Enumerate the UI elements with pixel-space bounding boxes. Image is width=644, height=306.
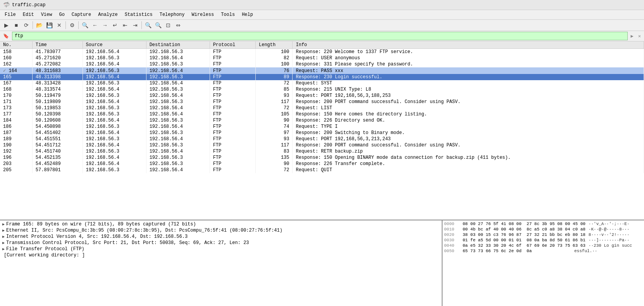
cell-len: 93	[255, 136, 293, 142]
table-row[interactable]: 17750.120398192.168.56.3192.168.56.4FTP1…	[0, 111, 644, 117]
filter-input[interactable]	[12, 32, 628, 40]
detail-row[interactable]: ▶Internet Protocol Version 4, Src: 192.1…	[1, 234, 441, 240]
cell-info: Response: 150 Opening BINARY mode data c…	[293, 155, 644, 161]
detail-text: Frame 165: 89 bytes on wire (712 bits), …	[6, 222, 196, 227]
cell-len: 135	[255, 155, 293, 161]
table-row[interactable]: 18450.120608192.168.56.4192.168.56.3FTP9…	[0, 117, 644, 124]
cell-src: 192.168.56.3	[83, 105, 146, 111]
cell-time: 57.897801	[32, 167, 83, 173]
hex-offset: 0010	[444, 227, 460, 232]
cell-len: 100	[255, 49, 293, 55]
detail-row[interactable]: ▶Transmission Control Protocol, Src Port…	[1, 240, 441, 246]
table-row[interactable]: 16245.272082192.168.56.4192.168.56.3FTP1…	[0, 61, 644, 67]
hex-row: 005065 73 73 66 75 6c 2e 0d 0aessful.··	[444, 248, 642, 254]
go-back-btn[interactable]: ←	[90, 21, 100, 30]
table-row[interactable]: 17050.119479192.168.56.3192.168.56.4FTP9…	[0, 93, 644, 99]
cell-dst: 192.168.56.4	[146, 80, 210, 86]
zoom-in-btn[interactable]: 🔍	[143, 21, 153, 30]
menu-item-help[interactable]: Help	[239, 11, 256, 19]
table-row[interactable]: 18654.450898192.168.56.3192.168.56.4FTP7…	[0, 124, 644, 130]
cell-info: Request: PASS xxx	[293, 67, 644, 74]
menu-item-telephony[interactable]: Telephony	[157, 11, 188, 19]
cell-info: Request: LIST	[293, 105, 644, 111]
cell-dst: 192.168.56.3	[146, 117, 210, 124]
stop-capture-btn[interactable]: ■	[12, 21, 21, 30]
save-btn[interactable]: 💾	[45, 21, 54, 30]
table-row[interactable]: 19654.452135192.168.56.4192.168.56.3FTP1…	[0, 155, 644, 161]
cell-no: 160	[0, 55, 32, 61]
go-forward-btn[interactable]: →	[100, 21, 110, 30]
menu-item-statistics[interactable]: Statistics	[122, 11, 156, 19]
cell-info: Request: PORT 192,168,56,3,188,253	[293, 93, 644, 99]
close-btn[interactable]: ✕	[55, 21, 64, 30]
table-row[interactable]: 16848.313574192.168.56.4192.168.56.3FTP8…	[0, 86, 644, 93]
table-row[interactable]: 19054.451712192.168.56.4192.168.56.3FTP1…	[0, 142, 644, 148]
filter-clear-icon[interactable]: ✕	[637, 33, 642, 39]
menu-item-view[interactable]: View	[38, 11, 55, 19]
table-row[interactable]: 19254.451740192.168.56.3192.168.56.4FTP8…	[0, 148, 644, 155]
menu-item-capture[interactable]: Capture	[69, 11, 94, 19]
cell-src: 192.168.56.3	[83, 136, 146, 142]
open-btn[interactable]: 📂	[34, 21, 44, 30]
detail-row[interactable]: ▶Ethernet II, Src: PcsCompu_8c:3b:95 (08…	[1, 227, 441, 234]
hex-ascii: essful.··	[574, 249, 597, 253]
zoom-out-btn[interactable]: 🔍	[153, 21, 163, 30]
cell-proto: FTP	[210, 55, 255, 61]
start-capture-btn[interactable]: ▶	[2, 21, 11, 30]
table-row[interactable]: 16548.313398192.168.56.4192.168.56.3FTP8…	[0, 74, 644, 80]
cell-dst: 192.168.56.3	[146, 155, 210, 161]
last-btn[interactable]: ⇥	[131, 21, 140, 30]
col-no: No.	[0, 41, 32, 49]
table-row[interactable]: 17150.119809192.168.56.4192.168.56.3FTP1…	[0, 99, 644, 105]
main-content: No. Time Source Destination Protocol Len…	[0, 41, 644, 306]
table-row[interactable]: 18954.451551192.168.56.3192.168.56.4FTP9…	[0, 136, 644, 142]
first-btn[interactable]: ⇤	[121, 21, 130, 30]
filter-arrow-icon[interactable]: ▶	[629, 33, 635, 39]
cell-dst: 192.168.56.3	[146, 142, 210, 148]
cell-len: 83	[255, 148, 293, 155]
cell-time: 45.272082	[32, 61, 83, 67]
toolbar-separator	[78, 21, 79, 29]
table-row[interactable]: 16748.313428192.168.56.3192.168.56.4FTP7…	[0, 80, 644, 86]
cell-time: 48.311683	[32, 67, 83, 74]
hex-bytes: 08 00 27 76 5f 41 08 00 27 8c 3b 95 08 0…	[463, 222, 585, 226]
cell-len: 74	[255, 124, 293, 130]
menu-item-analyze[interactable]: Analyze	[95, 11, 121, 19]
table-row[interactable]: 15841.783077192.168.56.4192.168.56.3FTP1…	[0, 49, 644, 55]
table-row[interactable]: 20354.452489192.168.56.4192.168.56.3FTP9…	[0, 161, 644, 167]
hex-bytes: 01 fe a5 5d 00 00 01 01 08 0a ba 8d 50 6…	[463, 238, 585, 242]
table-row[interactable]: 20557.897801192.168.56.3192.168.56.4FTP7…	[0, 167, 644, 173]
cell-dst: 192.168.56.3	[146, 130, 210, 136]
detail-row[interactable]: [Current working directory: ]	[1, 252, 441, 258]
packet-list[interactable]: No. Time Source Destination Protocol Len…	[0, 41, 644, 220]
packet-detail[interactable]: ▶Frame 165: 89 bytes on wire (712 bits),…	[0, 220, 443, 306]
hex-offset: 0040	[444, 243, 460, 248]
menu-item-go[interactable]: Go	[56, 11, 67, 19]
cell-len: 117	[255, 99, 293, 105]
detail-row[interactable]: ▶Frame 165: 89 bytes on wire (712 bits),…	[1, 221, 441, 227]
hex-offset: 0000	[444, 222, 460, 226]
goto-btn[interactable]: ↵	[110, 21, 120, 30]
options-btn[interactable]: ⚙	[67, 21, 77, 30]
toolbar-separator	[33, 21, 33, 29]
cell-dst: 192.168.56.3	[146, 86, 210, 93]
menu-item-edit[interactable]: Edit	[20, 11, 37, 19]
table-row[interactable]: ✓ 16448.311683192.168.56.3192.168.56.4FT…	[0, 67, 644, 74]
hex-bytes: 0a e5 32 33 30 20 4c 6f 67 69 6e 20 73 7…	[463, 243, 585, 248]
table-row[interactable]: 17350.119853192.168.56.3192.168.56.4FTP7…	[0, 105, 644, 111]
menu-item-file[interactable]: File	[2, 11, 19, 19]
cell-no: 187	[0, 130, 32, 136]
resize-cols-btn[interactable]: ⇔	[174, 21, 183, 30]
hex-offset: 0020	[444, 232, 460, 237]
detail-row[interactable]: ▶File Transfer Protocol (FTP)	[1, 246, 441, 252]
menu-item-tools[interactable]: Tools	[218, 11, 238, 19]
cell-proto: FTP	[210, 61, 255, 67]
hex-dump[interactable]: 000008 00 27 76 5f 41 08 00 27 8c 3b 95 …	[443, 220, 644, 306]
reload-btn[interactable]: ⟳	[22, 21, 31, 30]
cell-info: Response: 200 PORT command successful. C…	[293, 142, 644, 148]
zoom-normal-btn[interactable]: ⊡	[164, 21, 173, 30]
find-btn[interactable]: 🔍	[80, 21, 90, 30]
table-row[interactable]: 18754.451402192.168.56.4192.168.56.3FTP9…	[0, 130, 644, 136]
menu-item-wireless[interactable]: Wireless	[189, 11, 217, 19]
table-row[interactable]: 16045.271620192.168.56.3192.168.56.4FTP8…	[0, 55, 644, 61]
